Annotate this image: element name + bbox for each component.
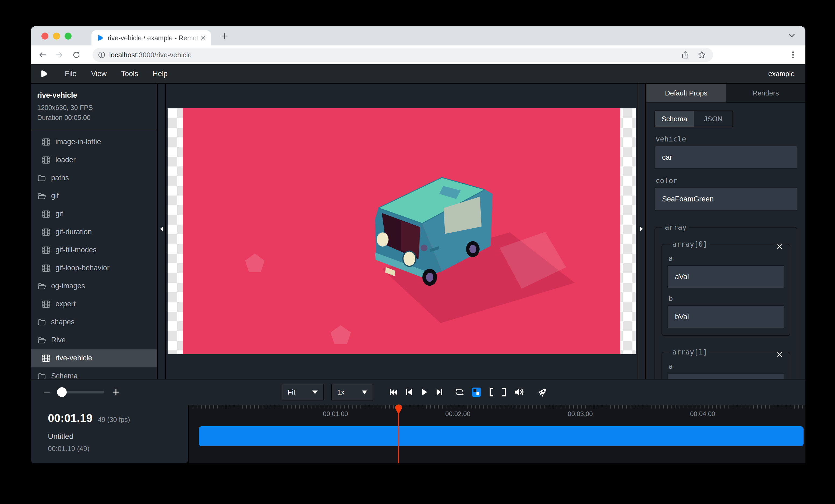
tab-default-props[interactable]: Default Props (647, 84, 726, 103)
menu-file[interactable]: File (58, 70, 84, 78)
color-input[interactable] (654, 187, 797, 211)
menu-view[interactable]: View (84, 70, 114, 78)
vehicle-animation-frame (183, 108, 620, 354)
timeline-track-area[interactable]: 00:01.00 00:02.00 00:03.00 00:04.00 (189, 405, 806, 463)
ruler-label: 00:04.00 (690, 410, 715, 418)
browser-tab-strip: rive-vehicle / example - Remot (30, 26, 806, 45)
field-label-color: color (656, 176, 797, 185)
transparency-checkerboard-toggle[interactable] (472, 387, 481, 397)
next-frame-button[interactable] (435, 387, 444, 397)
collapse-left-arrow-icon[interactable] (160, 226, 163, 232)
props-panel-body: Schema JSON vehicle color array array[0] (647, 103, 806, 379)
film-icon (41, 246, 50, 255)
sidebar-item-label: paths (51, 174, 69, 182)
props-panel-tabs: Default Props Renders (647, 84, 806, 103)
folder-icon (37, 372, 46, 379)
array-0-b-input[interactable] (667, 305, 785, 329)
new-tab-button[interactable] (219, 30, 230, 42)
project-label: example (768, 70, 796, 78)
previous-frame-button[interactable] (405, 387, 413, 397)
browser-tab[interactable]: rive-vehicle / example - Remot (91, 30, 211, 45)
subtab-schema[interactable]: Schema (655, 111, 694, 127)
sidebar-item-gif-folder[interactable]: gif (30, 187, 157, 205)
array-0-a-input[interactable] (667, 265, 785, 288)
array-item-0-legend: array[0] (670, 240, 710, 248)
sidebar-item-gif-loop-behavior[interactable]: gif-loop-behavior (30, 259, 157, 277)
ruler-label: 00:02.00 (445, 410, 470, 418)
array-item-1: array[1] a b (661, 348, 790, 379)
sidebar-item-loader[interactable]: loader (30, 151, 157, 169)
maximize-window-button[interactable] (65, 33, 72, 40)
sidebar-item-gif-fill-modes[interactable]: gif-fill-modes (30, 241, 157, 259)
remotion-logo-icon[interactable] (40, 69, 48, 78)
fit-dropdown[interactable]: Fit (282, 384, 324, 400)
sidebar-item-rive-vehicle[interactable]: rive-vehicle (30, 349, 157, 367)
composition-name: rive-vehicle (37, 91, 151, 100)
folder-open-icon (37, 191, 46, 201)
playback-speed-dropdown[interactable]: 1x (331, 384, 373, 400)
tab-search-chevron-icon[interactable] (788, 32, 796, 39)
tab-renders[interactable]: Renders (726, 84, 806, 103)
timeline-playhead[interactable] (398, 405, 399, 463)
playhead-marker-icon[interactable] (395, 404, 402, 415)
rocket-quick-render-button[interactable] (537, 387, 548, 398)
skip-to-start-button[interactable] (389, 387, 399, 397)
fit-dropdown-value: Fit (288, 388, 296, 396)
sidebar-item-gif[interactable]: gif (30, 205, 157, 223)
speed-dropdown-value: 1x (337, 388, 344, 396)
composition-list: image-in-lottie loader paths gif (30, 130, 157, 379)
sidebar-item-expert[interactable]: expert (30, 295, 157, 313)
vehicle-input[interactable] (654, 146, 797, 169)
film-icon (41, 354, 50, 363)
volume-button[interactable] (514, 387, 525, 397)
forward-button[interactable] (53, 49, 65, 61)
track-name[interactable]: Untitled (48, 432, 188, 441)
sidebar-item-gif-duration[interactable]: gif-duration (30, 223, 157, 241)
collapse-right-arrow-icon[interactable] (640, 226, 644, 232)
preview-canvas[interactable] (168, 108, 636, 354)
browser-menu-icon[interactable] (787, 49, 799, 61)
site-info-icon[interactable] (98, 51, 105, 59)
remove-array-item-1-button[interactable] (774, 351, 786, 358)
share-icon[interactable] (681, 50, 690, 59)
remove-array-item-0-button[interactable] (774, 243, 786, 250)
subtab-json[interactable]: JSON (694, 111, 733, 127)
compositions-sidebar: rive-vehicle 1200x630, 30 FPS Duration 0… (30, 84, 158, 379)
close-window-button[interactable] (41, 33, 48, 40)
sidebar-item-og-images[interactable]: og-images (30, 277, 157, 295)
timeline-track-bar[interactable] (199, 426, 803, 446)
window-controls (41, 33, 72, 40)
in-point-bracket-button[interactable] (488, 387, 494, 397)
array-1-a-input[interactable] (667, 373, 785, 379)
reload-button[interactable] (70, 49, 82, 61)
sidebar-item-label: shapes (51, 318, 75, 326)
bookmark-star-icon[interactable] (697, 50, 706, 59)
minimize-window-button[interactable] (53, 33, 60, 40)
timeline-ruler[interactable]: 00:01.00 00:02.00 00:03.00 00:04.00 (189, 405, 806, 419)
zoom-in-icon[interactable] (112, 388, 120, 396)
field-label-a: a (669, 362, 785, 370)
film-icon (41, 138, 50, 147)
loop-toggle-button[interactable] (454, 387, 465, 397)
folder-open-icon (37, 336, 46, 345)
zoom-out-icon[interactable] (43, 388, 50, 396)
close-tab-icon[interactable] (200, 35, 207, 41)
sidebar-item-rive-folder[interactable]: Rive (30, 331, 157, 349)
zoom-slider[interactable] (58, 391, 104, 394)
sidebar-item-label: Schema (51, 372, 78, 379)
menu-help[interactable]: Help (145, 70, 175, 78)
sidebar-item-image-in-lottie[interactable]: image-in-lottie (30, 133, 157, 151)
back-button[interactable] (37, 49, 48, 61)
menu-tools[interactable]: Tools (114, 70, 145, 78)
sidebar-item-shapes[interactable]: shapes (30, 313, 157, 331)
out-point-bracket-button[interactable] (501, 387, 507, 397)
ruler-label: 00:03.00 (568, 410, 593, 418)
array-item-1-legend: array[1] (670, 348, 710, 356)
play-button[interactable] (420, 387, 429, 397)
remotion-favicon-icon (97, 35, 104, 41)
url-bar[interactable]: localhost:3000/rive-vehicle (93, 48, 713, 62)
sidebar-item-schema[interactable]: Schema (30, 367, 157, 379)
field-label-b: b (669, 294, 785, 302)
zoom-slider-thumb[interactable] (57, 387, 67, 397)
sidebar-item-paths[interactable]: paths (30, 169, 157, 187)
